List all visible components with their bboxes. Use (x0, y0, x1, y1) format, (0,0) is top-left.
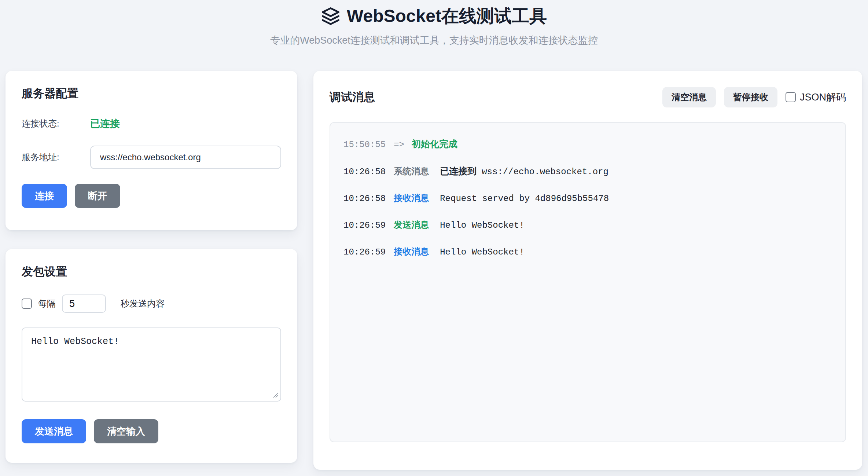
log-time: 10:26:58 (343, 190, 386, 207)
server-address-label: 服务地址: (22, 151, 90, 163)
send-settings-title: 发包设置 (22, 265, 281, 278)
log-time: 10:26:59 (343, 244, 386, 261)
log-message: Hello WebSocket! (440, 244, 524, 261)
send-message-button[interactable]: 发送消息 (22, 419, 86, 443)
log-row-receive: 10:26:58 接收消息 Request served by 4d896d95… (343, 190, 832, 207)
pause-receive-button[interactable]: 暂停接收 (724, 87, 777, 107)
debug-messages-panel: 调试消息 清空消息 暂停接收 JSON解码 15:50:55 => 初始化完成 (313, 71, 862, 470)
log-time: 10:26:58 (343, 164, 386, 180)
message-textarea-wrap: Hello WebSocket! (22, 327, 281, 402)
interval-input[interactable] (62, 294, 106, 313)
page-header: WebSocket在线测试工具 专业的WebSocket连接测试和调试工具，支持… (0, 0, 868, 46)
server-address-input[interactable] (90, 146, 281, 169)
json-decode-checkbox[interactable] (786, 92, 796, 102)
log-message: Hello WebSocket! (440, 217, 524, 234)
resize-handle-icon[interactable] (272, 392, 279, 398)
server-address-row: 服务地址: (22, 146, 281, 169)
log-tag: 接收消息 (394, 243, 429, 260)
log-row-init: 15:50:55 => 初始化完成 (343, 135, 832, 153)
message-log: 15:50:55 => 初始化完成 10:26:58 系统消息 已连接到 wss… (330, 122, 846, 442)
page-title-text: WebSocket在线测试工具 (347, 5, 547, 27)
interval-prefix-label: 每隔 (38, 298, 56, 310)
log-row-send: 10:26:59 发送消息 Hello WebSocket! (343, 216, 832, 234)
debug-controls: 清空消息 暂停接收 JSON解码 (662, 87, 846, 107)
connection-status-label: 连接状态: (22, 118, 90, 129)
log-message-prefix: 已连接到 (440, 162, 477, 179)
log-time: 10:26:59 (343, 217, 386, 234)
interval-suffix-label: 秒发送内容 (121, 298, 165, 310)
layers-icon (321, 7, 340, 26)
connection-status-row: 连接状态: 已连接 (22, 117, 281, 130)
log-time: 15:50:55 (343, 136, 386, 153)
log-row-receive: 10:26:59 接收消息 Hello WebSocket! (343, 243, 832, 261)
page-title: WebSocket在线测试工具 (0, 5, 868, 27)
log-message: wss://echo.websocket.org (482, 164, 608, 180)
send-settings-panel: 发包设置 每隔 秒发送内容 Hello WebSocket! 发送消息 清空输入 (5, 249, 297, 463)
message-textarea[interactable]: Hello WebSocket! (22, 327, 281, 402)
log-tag: 接收消息 (394, 190, 429, 206)
log-arrow: => (394, 136, 404, 153)
debug-header: 调试消息 清空消息 暂停接收 JSON解码 (330, 87, 846, 107)
server-config-panel: 服务器配置 连接状态: 已连接 服务地址: 连接 断开 (5, 71, 297, 230)
json-decode-label: JSON解码 (800, 91, 846, 104)
debug-title: 调试消息 (330, 91, 375, 104)
log-message: Request served by 4d896d95b55478 (440, 190, 609, 207)
disconnect-button[interactable]: 断开 (75, 184, 120, 208)
connection-status-value: 已连接 (90, 117, 120, 130)
interval-row: 每隔 秒发送内容 (22, 294, 281, 313)
send-buttons: 发送消息 清空输入 (22, 419, 281, 443)
clear-input-button[interactable]: 清空输入 (94, 419, 158, 443)
log-row-system: 10:26:58 系统消息 已连接到 wss://echo.websocket.… (343, 162, 832, 180)
log-message: 初始化完成 (412, 135, 457, 152)
interval-checkbox[interactable] (22, 299, 32, 309)
connection-buttons: 连接 断开 (22, 184, 281, 208)
main-layout: 服务器配置 连接状态: 已连接 服务地址: 连接 断开 发包设置 每隔 秒 (0, 46, 868, 470)
log-tag: 系统消息 (394, 163, 429, 180)
json-decode-toggle[interactable]: JSON解码 (786, 91, 846, 104)
log-tag: 发送消息 (394, 216, 429, 233)
connect-button[interactable]: 连接 (22, 184, 67, 208)
page-subtitle: 专业的WebSocket连接测试和调试工具，支持实时消息收发和连接状态监控 (0, 34, 868, 46)
clear-messages-button[interactable]: 清空消息 (662, 87, 716, 107)
left-column: 服务器配置 连接状态: 已连接 服务地址: 连接 断开 发包设置 每隔 秒 (5, 71, 297, 463)
right-column: 调试消息 清空消息 暂停接收 JSON解码 15:50:55 => 初始化完成 (313, 71, 862, 470)
server-config-title: 服务器配置 (22, 87, 281, 100)
